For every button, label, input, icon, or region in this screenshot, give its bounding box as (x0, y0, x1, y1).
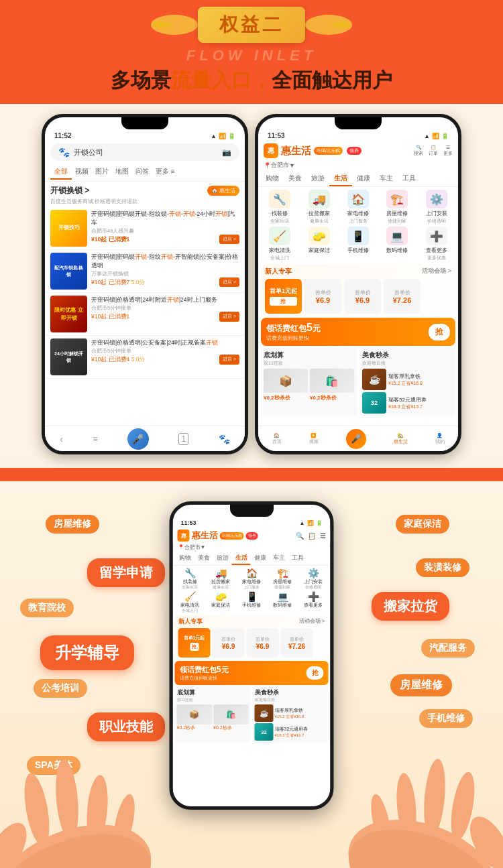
sub-badge: 吃喝玩乐购 (314, 147, 343, 155)
tab-food[interactable]: 美食 (284, 172, 306, 186)
tab-more[interactable]: 更多 ≡ (152, 165, 178, 180)
service-clean[interactable]: 🧹 家电清洗 全城上门 (261, 227, 298, 261)
promo-header: 新人专享 活动会场 > (265, 267, 451, 276)
large-promo-c4: 首单价 ¥7.26 (281, 628, 313, 658)
food-item-1-price: ¥15.2 立省¥16.8 (388, 380, 423, 387)
more-services-label: 查看更多 (426, 247, 447, 254)
large-svc-install: ⚙️ 上门安装 价格透明 (298, 568, 329, 590)
service-move[interactable]: 🚚 拉货搬家 健康生活 (300, 190, 337, 225)
coupon-content: 领话费红包5元 话费充值到账更快 (266, 322, 321, 342)
large-coupon-btn[interactable]: 抢 (306, 666, 324, 680)
left-wing-icon (151, 15, 198, 35)
nav-tabs-icon[interactable]: ≡ (93, 434, 97, 444)
item-1-enter[interactable]: 进店 > (219, 235, 239, 245)
item-4-enter[interactable]: 进店 > (219, 355, 239, 365)
tab-tools[interactable]: 工具 (398, 172, 421, 186)
nav-home-right[interactable]: 🏠 首页 (272, 433, 282, 445)
thumb-1: 开锁技巧 (50, 210, 87, 247)
item-2-enter[interactable]: 进店 > (219, 277, 239, 288)
service-phone[interactable]: 📱 手机维修 (339, 227, 377, 261)
tag-civil-exam: 公考培训 (34, 679, 87, 698)
nav-paw[interactable]: 🐾 (219, 434, 230, 444)
item-3-enter[interactable]: 进店 > (219, 312, 239, 322)
tabs-icon: ≡ (93, 434, 97, 444)
location-icon: 📍 (264, 162, 271, 169)
thumb-2: 配汽车钥匙 换锁 (50, 253, 87, 290)
tags-and-phone: 房屋维修 家庭保洁 留学申请 装潢装修 教育院校 搬家拉货 升学辅导 汽配服务 … (0, 495, 503, 868)
tag-phone-repair: 手机维修 (419, 709, 473, 728)
food-item-2: 32 瑞客32元通用券 ¥18.3 立省¥13.7 (362, 392, 453, 414)
large-tab-life[interactable]: 生活 (232, 552, 251, 565)
tab-image[interactable]: 图片 (92, 165, 112, 180)
tag-moving: 搬家拉货 (372, 592, 449, 621)
large-header-icons: 🔍 📋 ☰ (296, 532, 326, 540)
signal-icon-r: 📶 (432, 133, 439, 139)
right-wing-icon (305, 15, 352, 35)
item-4-content: 开密码锁|价格透明|公安备案|24时|正规备案开锁 合肥市5分钟接单 ¥10起 … (91, 338, 239, 375)
huisheng-text: 惠生活 (219, 187, 235, 194)
large-tab-shopping[interactable]: 购物 (176, 552, 194, 565)
right-signal: ▲ 📶 🔋 (424, 133, 449, 139)
bottom-section: 房屋维修 家庭保洁 留学申请 装潢装修 教育院校 搬家拉货 升学辅导 汽配服务 … (0, 481, 503, 868)
mic-button[interactable]: 🎤 (127, 428, 149, 450)
food-item-1-name: 瑞客厚乳拿铁 (388, 373, 423, 380)
service-install[interactable]: ⚙️ 上门安装 价格透明 (418, 190, 455, 225)
service-digital[interactable]: 💻 数码维修 (378, 227, 416, 261)
tag-family-clean: 家庭保洁 (396, 515, 449, 534)
housekeep-label: 家庭保洁 (309, 247, 330, 254)
tab-qa[interactable]: 问答 (132, 165, 152, 180)
tab-health[interactable]: 健康 (352, 172, 375, 186)
orders-nav[interactable]: 📋 订单 (429, 145, 438, 157)
deal-item-2: 🛍️ ¥0.2秒杀价 (310, 369, 354, 401)
grab-btn-small[interactable]: 抢 (270, 297, 297, 306)
large-promo-cards: 首单1元起 抢 首单价 ¥6.9 首单价 ¥6.9 (178, 628, 325, 658)
large-tab-food[interactable]: 美食 (194, 552, 213, 565)
large-promo-title: 新人专享 (178, 617, 203, 626)
tab-map[interactable]: 地图 (112, 165, 132, 180)
large-tab-car[interactable]: 车主 (270, 552, 288, 565)
service-house[interactable]: 🏗️ 房屋维修 便捷到家 (378, 190, 416, 225)
nav-huisheng[interactable]: 🏡 惠生活 (394, 433, 408, 445)
huisheng-icon: 🏠 (211, 188, 218, 194)
promo-link[interactable]: 活动会场 > (422, 267, 451, 276)
tab-car[interactable]: 车主 (375, 172, 398, 186)
thumb-3: 限时优惠 立即开锁 (50, 296, 87, 332)
large-promo-link[interactable]: 活动会场 > (299, 617, 325, 626)
service-appliance[interactable]: 🏠 家电维修 上门服务 (339, 190, 377, 225)
large-svc-repair-sub: 全家生活 (182, 585, 198, 590)
tab-video[interactable]: 视频 (72, 165, 92, 180)
tab-life[interactable]: 生活 (329, 172, 352, 186)
coupon-banner: 领话费红包5元 话费充值到账更快 抢 (261, 318, 455, 346)
mic-right[interactable]: 🎤 (346, 429, 366, 449)
service-repair[interactable]: 🔧 找装修 全家生活 (261, 190, 298, 225)
nav-video-right[interactable]: ▶️ 视频 (309, 433, 319, 445)
large-l-thumb-2: 🛍️ (213, 704, 249, 725)
tab-travel[interactable]: 旅游 (306, 172, 329, 186)
large-c2-price: ¥6.9 (222, 643, 235, 650)
large-logo-text: 惠生活 (192, 530, 218, 542)
left-tabs: 全部 视频 图片 地图 问答 更多 ≡ (45, 164, 245, 182)
nav-mine[interactable]: 👤 我的 (435, 433, 445, 445)
service-housekeep[interactable]: 🧽 家庭保洁 (300, 227, 337, 261)
search-nav[interactable]: 🔍 搜索 (414, 145, 423, 157)
nav-back[interactable]: ‹ (60, 434, 63, 444)
left-search-bar[interactable]: 🐾 开锁公司 📷 (50, 143, 239, 161)
service-more[interactable]: ➕ 查看更多 更多优惠 (418, 227, 455, 261)
city-selector[interactable]: 📍 合肥市 ▼ (258, 161, 458, 172)
more-nav[interactable]: ☰ 更多 (443, 145, 453, 157)
promo-card-3-price: ¥6.9 (355, 296, 370, 304)
large-deal-left: 底划算 双11狂欢 📦 ¥0.2秒杀 🛍️ ¥0.2秒杀 (175, 686, 251, 743)
large-svc-move-label: 拉货搬家 (211, 578, 230, 585)
baidu-icon: 🐾 (58, 147, 70, 158)
large-tab-health[interactable]: 健康 (251, 552, 270, 565)
tab-all[interactable]: 全部 (50, 165, 72, 180)
right-phone: 11:53 ▲ 📶 🔋 惠 惠生活 吃喝玩乐购 领券 (255, 114, 461, 454)
large-tab-tools[interactable]: 工具 (288, 552, 307, 565)
badge-container: 权益二 (0, 7, 503, 43)
nav-window[interactable]: 1 (178, 433, 188, 445)
large-grab-mini[interactable]: 抢 (190, 643, 199, 651)
large-tab-travel[interactable]: 旅游 (213, 552, 232, 565)
coupon-grab-btn[interactable]: 抢 (429, 324, 450, 340)
tab-shopping[interactable]: 购物 (261, 172, 284, 186)
mine-icon: 👤 (437, 433, 443, 438)
